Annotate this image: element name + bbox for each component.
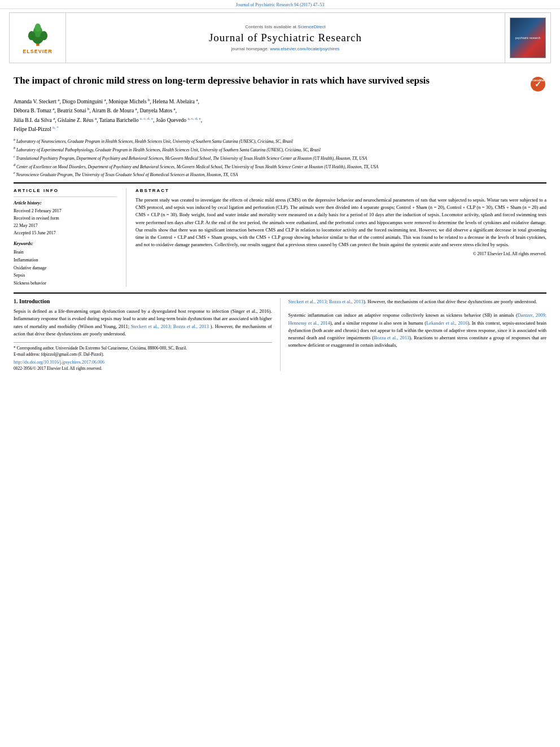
authors-line3: Júlia B.I. da Silva a, Gislaine Z. Réus … xyxy=(14,116,546,125)
affiliations-section: a Laboratory of Neurosciences, Graduate … xyxy=(14,137,546,178)
abstract-column: ABSTRACT The present study was created t… xyxy=(126,188,546,287)
authors-line1: Amanda V. Steckert a, Diogo Dominguini a… xyxy=(14,97,546,106)
article-title-text: The impact of chronic mild stress on lon… xyxy=(14,75,530,87)
article-history-label: Article history: xyxy=(14,200,117,206)
intro-right-column: Steckert et al., 2013; Bozza et al., 201… xyxy=(281,298,547,371)
ref-link-steckert-bozza[interactable]: Steckert et al., 2013; Bozza et al., 201… xyxy=(288,299,364,304)
journal-header: ELSEVIER Contents lists available at Sci… xyxy=(9,12,551,63)
issn-line: 0022-3956/© 2017 Elsevier Ltd. All right… xyxy=(14,366,272,371)
journal-citation: Journal of Psychiatric Research 94 (2017… xyxy=(236,2,324,7)
article-title-section: The impact of chronic mild stress on lon… xyxy=(14,75,546,93)
sciencedirect-link[interactable]: ScienceDirect xyxy=(298,24,325,29)
elsevier-logo: ELSEVIER xyxy=(21,21,55,54)
journal-cover-thumbnail: psychiatric research xyxy=(510,18,546,58)
abstract-text: The present study was created to investi… xyxy=(135,196,546,258)
page: Journal of Psychiatric Research 94 (2017… xyxy=(0,0,560,747)
journal-title-section: Contents lists available at ScienceDirec… xyxy=(66,13,505,63)
article-info-label: ARTICLE INFO xyxy=(14,188,117,193)
footnote-section: * Corresponding author. Universidade Do … xyxy=(14,342,272,358)
keyword-sickness: Sickness behavior xyxy=(14,279,117,287)
elsevier-logo-section: ELSEVIER xyxy=(10,13,66,63)
journal-citation-bar: Journal of Psychiatric Research 94 (2017… xyxy=(0,0,560,9)
svg-text:CrossMark: CrossMark xyxy=(530,78,546,82)
journal-cover-section: psychiatric research xyxy=(505,13,550,63)
homepage-link[interactable]: www.elsevier.com/locate/psychires xyxy=(270,46,339,51)
intro-paragraph1: Sepsis is defined as a life-threatening … xyxy=(14,308,272,338)
affil-a: a Laboratory of Neurosciences, Graduate … xyxy=(14,137,546,145)
copyright-line: © 2017 Elsevier Ltd. All rights reserved… xyxy=(135,251,546,257)
received-revised-label: Received in revised form xyxy=(14,215,117,222)
keyword-brain: Brain xyxy=(14,248,117,256)
intro-right-paragraph2: Systemic inflammation can induce an adap… xyxy=(288,312,547,349)
affil-c: c Translational Psychiatry Program, Depa… xyxy=(14,154,546,161)
accepted-date: Accepted 15 June 2017 xyxy=(14,230,117,237)
abstract-label: ABSTRACT xyxy=(135,188,546,193)
introduction-section: 1. Introduction Sepsis is defined as a l… xyxy=(14,292,546,371)
affil-e: e Neuroscience Graduate Program, The Uni… xyxy=(14,171,546,178)
svg-point-4 xyxy=(28,31,35,40)
keyword-oxidative: Oxidative damage xyxy=(14,264,117,272)
authors-section: Amanda V. Steckert a, Diogo Dominguini a… xyxy=(14,97,546,134)
article-info-divider xyxy=(14,196,117,197)
article-info-column: ARTICLE INFO Article history: Received 2… xyxy=(14,188,126,287)
footnote-corresp: * Corresponding author. Universidade Do … xyxy=(14,345,272,351)
intro-left-column: 1. Introduction Sepsis is defined as a l… xyxy=(14,298,281,371)
keywords-label: Keywords: xyxy=(14,241,117,246)
authors-line2: Débora B. Tomaz a, Beatriz Sonai b, Aira… xyxy=(14,106,546,115)
journal-title-main: Journal of Psychiatric Research xyxy=(209,32,362,44)
affil-d: d Center of Excellence on Mood Disorders… xyxy=(14,163,546,170)
intro-right-paragraph1: Steckert et al., 2013; Bozza et al., 201… xyxy=(288,298,547,305)
keyword-inflammation: Inflammation xyxy=(14,256,117,264)
svg-point-3 xyxy=(34,24,41,32)
ref-link-bozza[interactable]: Bozza et al., 2013 xyxy=(374,335,409,340)
elsevier-tree-icon xyxy=(21,21,55,47)
ref-link-steckert[interactable]: Steckert et al., 2013; Bozza et al., 201… xyxy=(131,324,211,329)
doi-link[interactable]: http://dx.doi.org/10.1016/j.jpsychires.2… xyxy=(14,360,272,365)
article-content: The impact of chronic mild stress on lon… xyxy=(0,63,560,371)
crossmark-icon: ✓ CrossMark xyxy=(530,76,546,93)
received-date: Received 2 February 2017 xyxy=(14,208,117,215)
journal-cover-text: psychiatric research xyxy=(514,35,541,41)
affil-b: b Laboratory of Experimental Pathophysio… xyxy=(14,146,546,153)
elsevier-wordmark: ELSEVIER xyxy=(23,49,53,54)
intro-section-title: 1. Introduction xyxy=(14,298,272,304)
keyword-sepsis: Sepsis xyxy=(14,272,117,279)
revised-date: 22 May 2017 xyxy=(14,222,117,230)
svg-point-5 xyxy=(40,31,47,40)
authors-line4: Felipe Dal-Pizzol b, * xyxy=(14,125,546,134)
ref-link-dantzer[interactable]: Dantzer, 2009; Hennessy et al., 2014 xyxy=(288,312,547,325)
footnote-email-link[interactable]: fdpizzol@gmail.com xyxy=(41,352,78,357)
contents-available-text: Contents lists available at ScienceDirec… xyxy=(245,24,325,29)
footnote-email: E-mail address: fdpizzol@gmail.com (F. D… xyxy=(14,351,272,357)
ref-link-lekander[interactable]: Lekander et al., 2016 xyxy=(426,320,467,326)
journal-homepage-line: journal homepage: www.elsevier.com/locat… xyxy=(231,46,340,51)
article-info-abstract-section: ARTICLE INFO Article history: Received 2… xyxy=(14,182,546,287)
